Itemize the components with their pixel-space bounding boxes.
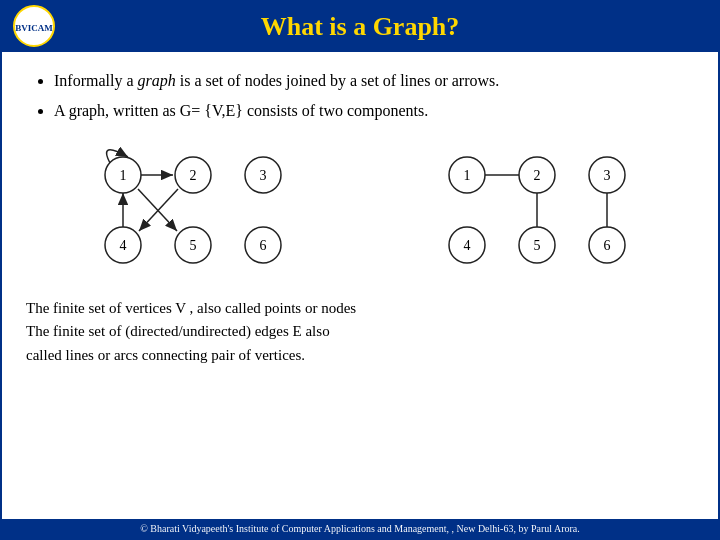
undirected-graph: 1 2 3 4 5 6 [432, 145, 632, 279]
svg-text:5: 5 [534, 238, 541, 253]
svg-text:BVICAM: BVICAM [15, 23, 53, 33]
svg-text:4: 4 [120, 238, 127, 253]
svg-text:1: 1 [120, 168, 127, 183]
svg-text:6: 6 [260, 238, 267, 253]
footer-line-1: The finite set of vertices V , also call… [26, 297, 694, 320]
svg-text:3: 3 [604, 168, 611, 183]
bullet-item-2: A graph, written as G= {V,E} consists of… [54, 98, 694, 124]
footer-line-2: The finite set of (directed/undirected) … [26, 320, 694, 343]
logo-icon: BVICAM [8, 4, 60, 48]
svg-text:4: 4 [464, 238, 471, 253]
footer-text: The finite set of vertices V , also call… [26, 293, 694, 367]
slide-footer-text: © Bharati Vidyapeeth's Institute of Comp… [140, 523, 580, 534]
slide-content: Informally a graph is a set of nodes joi… [2, 52, 718, 519]
bullet1-suffix: is a set of nodes joined by a set of lin… [176, 72, 499, 89]
directed-graph: 1 2 3 4 5 6 [88, 145, 288, 279]
svg-text:5: 5 [190, 238, 197, 253]
svg-text:1: 1 [464, 168, 471, 183]
slide-footer: © Bharati Vidyapeeth's Institute of Comp… [2, 519, 718, 538]
svg-text:3: 3 [260, 168, 267, 183]
svg-text:2: 2 [534, 168, 541, 183]
slide-header: BVICAM What is a Graph? [2, 2, 718, 52]
directed-graph-svg: 1 2 3 4 5 6 [88, 145, 288, 275]
svg-text:2: 2 [190, 168, 197, 183]
bullet2-text: A graph, written as G= {V,E} consists of… [54, 102, 428, 119]
slide-title: What is a Graph? [261, 12, 460, 42]
slide: BVICAM What is a Graph? Informally a gra… [0, 0, 720, 540]
graphs-container: 1 2 3 4 5 6 [26, 145, 694, 279]
bullet1-italic: graph [138, 72, 176, 89]
svg-text:6: 6 [604, 238, 611, 253]
bullet1-prefix: Informally a [54, 72, 138, 89]
footer-line-3: called lines or arcs connecting pair of … [26, 344, 694, 367]
bullet-list: Informally a graph is a set of nodes joi… [26, 68, 694, 127]
undirected-graph-svg: 1 2 3 4 5 6 [432, 145, 632, 275]
bullet-item-1: Informally a graph is a set of nodes joi… [54, 68, 694, 94]
